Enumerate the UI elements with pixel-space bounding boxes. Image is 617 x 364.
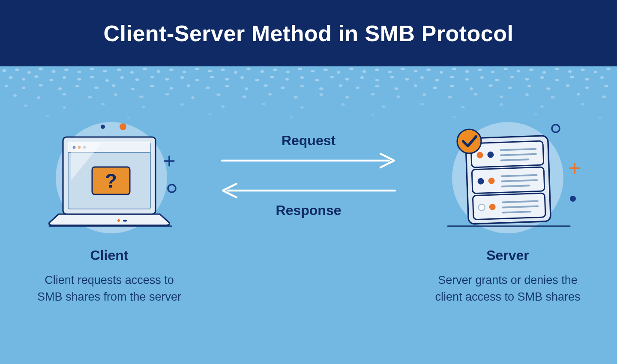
svg-line-214 — [503, 212, 530, 212]
svg-point-131 — [243, 95, 246, 98]
svg-point-154 — [341, 103, 345, 106]
svg-point-125 — [88, 96, 92, 98]
svg-point-130 — [216, 93, 221, 96]
server-column: Server Server grants or denies the clien… — [416, 116, 600, 305]
svg-point-36 — [465, 70, 469, 73]
svg-point-109 — [375, 85, 379, 87]
client-title: Client — [90, 248, 129, 263]
svg-point-105 — [300, 85, 304, 87]
svg-point-19 — [246, 68, 251, 70]
svg-point-194 — [570, 196, 576, 202]
svg-point-86 — [570, 76, 574, 78]
svg-point-53 — [77, 78, 81, 81]
checkmark-badge-icon — [457, 129, 481, 153]
svg-point-75 — [405, 78, 409, 81]
svg-point-38 — [491, 71, 494, 73]
svg-point-116 — [508, 87, 512, 89]
svg-point-102 — [245, 87, 248, 90]
svg-point-26 — [337, 71, 340, 74]
svg-point-17 — [221, 69, 225, 71]
svg-point-62 — [210, 76, 214, 78]
svg-point-7 — [90, 68, 94, 70]
svg-point-18 — [234, 71, 237, 74]
svg-point-82 — [510, 76, 514, 78]
svg-point-6 — [78, 71, 81, 73]
svg-point-80 — [480, 76, 484, 79]
svg-point-56 — [120, 76, 124, 79]
svg-point-33 — [426, 69, 431, 71]
svg-point-129 — [191, 96, 195, 99]
svg-point-47 — [606, 68, 611, 70]
svg-point-138 — [422, 93, 426, 96]
svg-point-126 — [114, 93, 117, 96]
svg-point-28 — [362, 70, 366, 73]
svg-point-96 — [131, 88, 135, 90]
arrows-column: Request Response — [214, 116, 403, 218]
server-description: Server grants or denies the client acces… — [431, 272, 585, 305]
svg-point-72 — [360, 76, 364, 79]
svg-point-92 — [58, 87, 62, 90]
svg-point-135 — [345, 96, 349, 98]
svg-point-118 — [546, 87, 551, 90]
svg-point-63 — [225, 78, 229, 81]
server-illustration — [426, 116, 589, 236]
svg-point-134 — [320, 93, 323, 96]
svg-point-98 — [170, 87, 174, 90]
svg-point-100 — [206, 87, 210, 89]
svg-point-107 — [339, 84, 343, 87]
svg-point-4 — [52, 70, 56, 73]
svg-point-150 — [180, 103, 184, 106]
svg-point-153 — [300, 106, 304, 109]
svg-point-132 — [268, 93, 272, 95]
svg-point-69 — [315, 79, 319, 81]
svg-point-151 — [221, 105, 225, 108]
svg-point-174 — [168, 185, 176, 192]
svg-line-208 — [502, 185, 530, 186]
svg-point-67 — [285, 78, 289, 81]
svg-point-50 — [34, 75, 39, 78]
svg-point-9 — [117, 69, 121, 71]
client-illustration: ? — [28, 116, 191, 236]
request-arrow-group: Request — [219, 133, 398, 169]
svg-point-136 — [371, 93, 375, 95]
svg-line-202 — [501, 159, 528, 160]
svg-point-93 — [75, 85, 79, 87]
svg-point-21 — [273, 69, 277, 71]
svg-point-137 — [397, 95, 401, 98]
svg-point-139 — [448, 96, 452, 98]
svg-point-117 — [527, 85, 531, 87]
svg-point-39 — [503, 68, 508, 70]
svg-point-113 — [450, 85, 454, 87]
svg-point-12 — [157, 70, 161, 73]
svg-point-157 — [461, 106, 465, 108]
svg-point-111 — [414, 84, 417, 87]
svg-point-142 — [525, 93, 529, 96]
svg-point-45 — [581, 69, 585, 71]
svg-point-66 — [270, 76, 274, 78]
svg-point-5 — [64, 69, 69, 71]
svg-point-99 — [187, 84, 190, 87]
svg-point-141 — [500, 95, 503, 98]
diagram-body: ? Client Client requests access to SMB s… — [0, 111, 617, 364]
svg-point-97 — [150, 85, 154, 87]
svg-point-103 — [264, 84, 268, 87]
svg-point-77 — [435, 79, 439, 81]
svg-point-52 — [63, 76, 66, 79]
svg-point-70 — [330, 76, 334, 78]
arrow-left-icon — [219, 182, 398, 199]
svg-point-155 — [382, 105, 386, 108]
svg-point-40 — [517, 70, 521, 72]
svg-point-123 — [37, 96, 40, 99]
svg-point-41 — [529, 69, 533, 71]
svg-point-74 — [390, 76, 394, 78]
svg-point-61 — [195, 79, 199, 81]
svg-point-79 — [465, 78, 469, 81]
svg-point-149 — [142, 106, 146, 108]
svg-point-73 — [375, 79, 379, 81]
svg-point-91 — [39, 84, 43, 87]
svg-point-112 — [433, 87, 437, 89]
svg-point-34 — [440, 71, 443, 74]
svg-point-13 — [169, 69, 174, 71]
svg-point-11 — [143, 68, 147, 70]
arrow-right-icon — [219, 152, 398, 169]
